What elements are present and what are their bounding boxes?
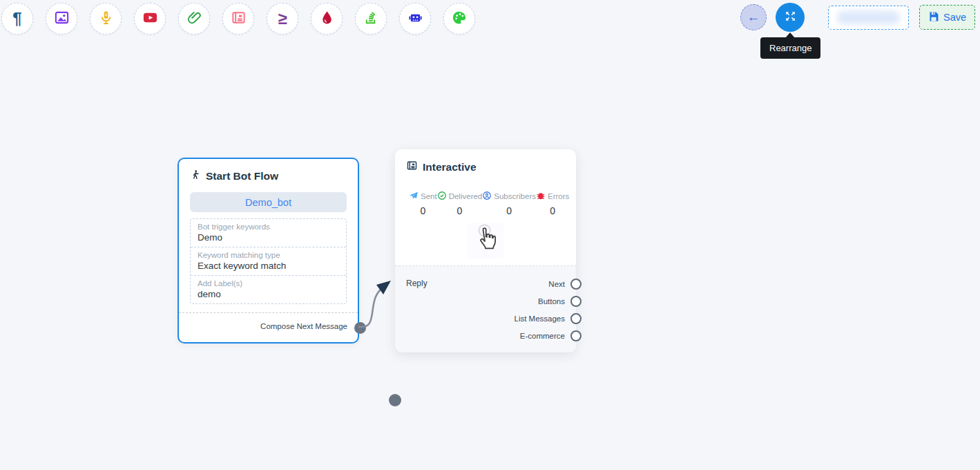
back-button[interactable]: ← [740, 4, 767, 30]
compose-next-message-label: Compose Next Message [179, 310, 358, 342]
stat-value: 0 [550, 205, 555, 216]
image-icon [54, 10, 70, 28]
stack-icon [363, 10, 379, 28]
field-bot-trigger-keywords[interactable]: Bot trigger keywords Demo [191, 219, 346, 247]
compress-arrows-icon [784, 10, 797, 25]
text-pilcrow-icon: ¶ [12, 10, 21, 27]
floppy-disk-icon [928, 11, 939, 24]
ecommerce-output-port[interactable] [570, 330, 582, 341]
toolbar-button-attachment[interactable] [178, 3, 210, 35]
stat-sent: Sent 0 [409, 191, 437, 216]
buttons-port-label: Buttons [538, 297, 565, 306]
toolbar-button-condition[interactable]: ≥ [267, 3, 298, 35]
ecommerce-port-label: E-commerce [520, 332, 565, 340]
field-label: Bot trigger keywords [198, 223, 339, 231]
reply-port-label: Reply [406, 279, 427, 288]
flow-canvas[interactable]: ¶ ≥ ← [0, 0, 980, 470]
interactive-node-title: Interactive [423, 161, 477, 173]
stat-label: Subscribers [494, 192, 536, 200]
stat-delivered: Delivered 0 [437, 191, 483, 216]
tooltip-label: Rearrange [769, 43, 811, 53]
field-value: Exact keyword match [198, 261, 339, 271]
microphone-icon [98, 10, 114, 28]
field-label: Add Label(s) [198, 279, 339, 288]
buttons-output-port[interactable] [570, 296, 582, 307]
list-messages-port-label: List Messages [514, 314, 565, 323]
user-circle-icon [482, 191, 492, 202]
stat-value: 0 [506, 205, 512, 216]
bot-name-button[interactable]: Demo_bot [190, 192, 347, 212]
person-walking-icon [190, 169, 201, 183]
stat-value: 0 [457, 205, 463, 216]
field-label: Keyword matching type [198, 251, 339, 259]
toolbar-button-image[interactable] [46, 3, 77, 35]
arrow-left-icon: ← [747, 10, 760, 25]
wire-arrowhead [376, 281, 391, 294]
stat-errors: Errors 0 [536, 191, 569, 216]
save-button[interactable]: Save [919, 5, 975, 30]
newspaper-icon [231, 10, 247, 28]
reply-input-port[interactable] [389, 394, 401, 406]
field-value: demo [198, 289, 339, 299]
toolbar-button-text[interactable]: ¶ [1, 3, 33, 35]
toolbar-button-audio[interactable] [90, 3, 122, 35]
paper-plane-icon [409, 191, 419, 202]
video-icon [142, 10, 158, 28]
field-keyword-matching-type[interactable]: Keyword matching type Exact keyword matc… [191, 247, 346, 275]
toolbar-button-stack[interactable] [355, 3, 387, 35]
toolbar-button-theme[interactable] [443, 3, 475, 35]
redacted-blur [837, 11, 900, 24]
field-value: Demo [198, 232, 339, 243]
redacted-field[interactable] [828, 6, 909, 30]
next-port-label: Next [548, 280, 565, 288]
droplet-icon [319, 10, 335, 28]
newspaper-icon [406, 160, 418, 174]
start-bot-flow-node[interactable]: Start Bot Flow Demo_bot Bot trigger keyw… [177, 158, 359, 344]
toolbar-button-droplet[interactable] [311, 3, 343, 35]
next-output-port[interactable] [570, 279, 582, 290]
stat-subscribers: Subscribers 0 [482, 191, 536, 216]
stat-label: Delivered [449, 192, 483, 200]
toolbar-button-bot[interactable] [399, 3, 431, 35]
tooltip-caret [785, 32, 795, 38]
toolbar-button-video[interactable] [134, 3, 166, 35]
save-label: Save [943, 12, 966, 23]
list-messages-output-port[interactable] [570, 313, 582, 324]
interactive-node-ports: Reply Next Buttons List Messages E-comme… [395, 266, 576, 352]
bug-icon [536, 191, 546, 202]
field-add-labels[interactable]: Add Label(s) demo [191, 275, 346, 303]
robot-icon [407, 10, 423, 28]
rearrange-tooltip: Rearrange [760, 37, 820, 59]
check-circle-icon [437, 191, 447, 202]
stat-label: Sent [421, 192, 437, 200]
stat-value: 0 [420, 205, 425, 216]
hand-cursor [467, 223, 504, 258]
compose-next-message-port[interactable] [354, 322, 366, 334]
stat-label: Errors [548, 192, 569, 200]
node-toolbar: ¶ ≥ [1, 3, 475, 35]
toolbar-button-template[interactable] [222, 3, 254, 35]
start-node-title: Start Bot Flow [206, 170, 278, 182]
stats-row: Sent 0 Delivered 0 Subscribers [395, 191, 576, 216]
interactive-node-header: Interactive [395, 149, 576, 174]
rearrange-button[interactable] [776, 3, 805, 32]
palette-icon [452, 10, 468, 28]
start-node-header: Start Bot Flow [179, 159, 358, 183]
start-node-fields: Bot trigger keywords Demo Keyword matchi… [190, 218, 347, 304]
greater-equal-icon: ≥ [278, 10, 287, 27]
attachment-icon [186, 10, 202, 28]
